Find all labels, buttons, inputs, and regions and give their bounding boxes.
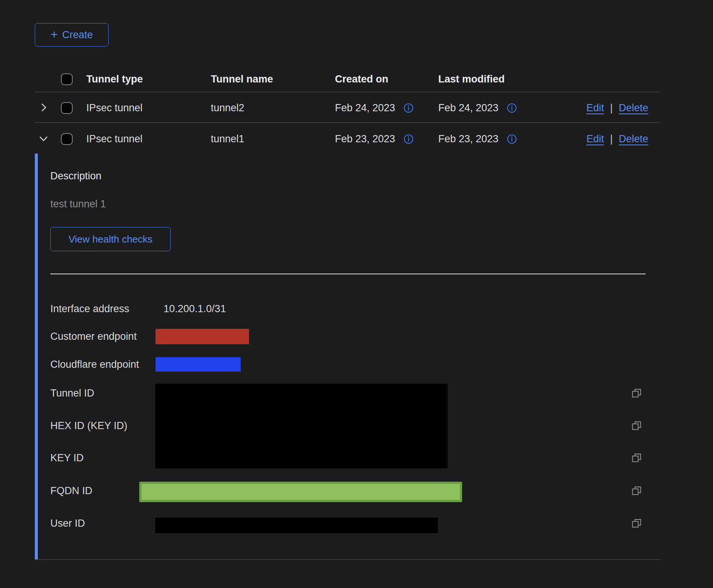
column-header-tunnel-name: Tunnel name	[211, 72, 273, 87]
created-on-date: Feb 24, 2023	[335, 100, 395, 115]
user-id-label: User ID	[50, 516, 85, 531]
tunnel-name-cell: tunnel1	[211, 131, 244, 146]
copy-fqdn-id-button[interactable]	[630, 485, 643, 497]
copy-user-id-button[interactable]	[630, 518, 643, 530]
column-header-last-modified: Last modified	[438, 72, 505, 87]
fqdn-id-redacted-value	[139, 482, 462, 502]
customer-endpoint-label: Customer endpoint	[50, 329, 137, 344]
created-on-cell: Feb 23, 2023	[335, 131, 414, 146]
delete-link[interactable]: Delete	[619, 102, 648, 114]
plus-icon: +	[51, 28, 58, 40]
copy-icon	[631, 387, 642, 400]
row-divider	[35, 122, 660, 123]
ids-redacted-value-block	[155, 384, 448, 468]
info-icon[interactable]	[403, 134, 414, 144]
info-icon[interactable]	[507, 134, 517, 144]
interface-address-label: Interface address	[50, 301, 129, 316]
created-on-date: Feb 23, 2023	[335, 131, 395, 146]
key-id-label: KEY ID	[50, 450, 84, 465]
cloudflare-endpoint-redacted-value	[156, 357, 241, 372]
select-row-checkbox[interactable]	[61, 133, 73, 145]
detail-section-divider	[50, 274, 646, 274]
select-row-checkbox[interactable]	[61, 102, 73, 114]
collapse-row-button[interactable]	[37, 132, 50, 145]
edit-link[interactable]: Edit	[586, 102, 604, 114]
created-on-cell: Feb 24, 2023	[335, 100, 414, 115]
tunnel-type-cell: IPsec tunnel	[86, 131, 143, 146]
last-modified-cell: Feb 23, 2023	[438, 131, 517, 146]
copy-tunnel-id-button[interactable]	[630, 387, 643, 400]
actions-separator: |	[610, 102, 613, 114]
row-actions: Edit | Delete	[586, 100, 648, 115]
copy-icon	[631, 420, 642, 432]
tunnel-name-cell: tunnel2	[211, 100, 244, 115]
chevron-down-icon	[38, 133, 49, 145]
expand-row-button[interactable]	[37, 101, 50, 114]
copy-icon	[631, 452, 642, 465]
last-modified-date: Feb 23, 2023	[438, 131, 498, 146]
info-icon[interactable]	[507, 103, 517, 113]
copy-icon	[631, 518, 642, 530]
description-value: test tunnel 1	[50, 198, 106, 210]
last-modified-cell: Feb 24, 2023	[438, 100, 517, 115]
expanded-row-indicator-bar	[35, 154, 38, 560]
header-divider	[35, 92, 660, 92]
view-health-checks-label: View health checks	[68, 233, 153, 245]
interface-address-value: 10.200.1.0/31	[163, 301, 226, 316]
copy-icon	[631, 485, 642, 498]
create-button[interactable]: + Create	[35, 23, 109, 47]
row-actions: Edit | Delete	[586, 131, 648, 146]
customer-endpoint-redacted-value	[156, 329, 249, 344]
ipsec-tunnels-page: + Create Tunnel type Tunnel name Created…	[0, 0, 713, 588]
description-label: Description	[50, 170, 101, 182]
last-modified-date: Feb 24, 2023	[438, 100, 498, 115]
column-header-created-on: Created on	[335, 72, 388, 87]
view-health-checks-button[interactable]: View health checks	[50, 227, 171, 251]
fqdn-id-label: FQDN ID	[50, 483, 92, 498]
chevron-right-icon	[38, 102, 49, 114]
create-button-label: Create	[62, 29, 93, 41]
column-header-tunnel-type: Tunnel type	[86, 72, 143, 87]
actions-separator: |	[610, 133, 613, 145]
hex-id-label: HEX ID (KEY ID)	[50, 418, 128, 433]
select-all-checkbox[interactable]	[61, 73, 73, 85]
info-icon[interactable]	[403, 103, 414, 113]
tunnel-type-cell: IPsec tunnel	[86, 100, 143, 115]
expanded-panel-bottom-divider	[35, 559, 660, 560]
tunnel-id-label: Tunnel ID	[50, 386, 94, 401]
cloudflare-endpoint-label: Cloudflare endpoint	[50, 357, 139, 372]
edit-link[interactable]: Edit	[586, 133, 604, 145]
user-id-redacted-value	[155, 518, 438, 533]
delete-link[interactable]: Delete	[619, 133, 648, 145]
copy-key-id-button[interactable]	[630, 452, 643, 464]
copy-hex-id-button[interactable]	[630, 420, 643, 432]
